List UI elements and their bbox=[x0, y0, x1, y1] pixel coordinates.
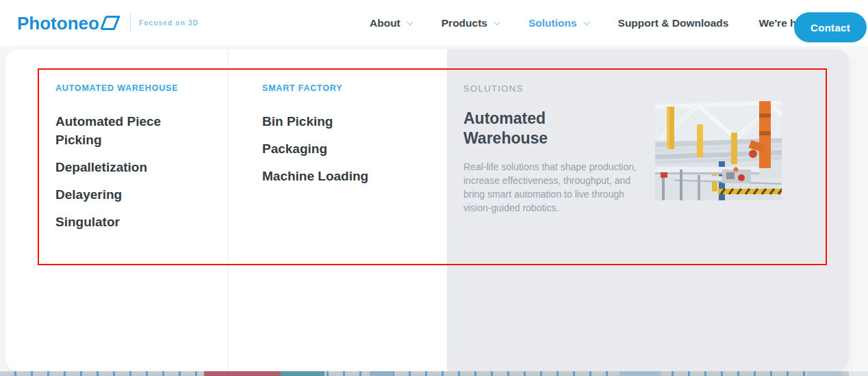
nav-item-products[interactable]: Products bbox=[442, 17, 498, 29]
menu-item-depalletization[interactable]: Depalletization bbox=[55, 158, 182, 176]
background-page-strip bbox=[0, 371, 868, 376]
menu-item-packaging[interactable]: Packaging bbox=[262, 139, 420, 158]
feature-heading: SOLUTIONS bbox=[463, 83, 648, 94]
menu-list: Bin Picking Packaging Machine Loading bbox=[262, 112, 420, 185]
logo-divider bbox=[130, 14, 131, 33]
chevron-down-icon bbox=[407, 18, 413, 25]
photoneo-logo[interactable]: Photoneo Focused on 3D bbox=[17, 13, 199, 33]
logo-3d-o-icon bbox=[100, 14, 120, 33]
menu-item-machine-loading[interactable]: Machine Loading bbox=[262, 167, 420, 185]
menu-column-automated-warehouse: AUTOMATED WAREHOUSE Automated Piece Pick… bbox=[55, 83, 213, 240]
background-strip-blue-segment bbox=[370, 371, 393, 376]
logo-tagline: Focused on 3D bbox=[139, 19, 199, 27]
chevron-down-icon bbox=[494, 18, 500, 25]
chevron-down-icon bbox=[583, 18, 590, 25]
nav-item-label: Support & Downloads bbox=[618, 17, 729, 29]
feature-title: Automated Warehouse bbox=[463, 109, 607, 148]
column-divider bbox=[228, 49, 229, 371]
menu-list: Automated Piece Picking Depalletization … bbox=[55, 112, 213, 231]
warehouse-photo-illustration bbox=[655, 101, 782, 200]
nav-item-label: About bbox=[370, 17, 400, 29]
contact-button[interactable]: Contact bbox=[794, 12, 867, 42]
top-navigation-bar: Photoneo Focused on 3D About Products So… bbox=[0, 0, 868, 46]
feature-image-automated-warehouse bbox=[655, 101, 782, 200]
logo-wordmark: Photoneo bbox=[17, 14, 99, 32]
feature-description: Real-life solutions that shape productio… bbox=[463, 161, 646, 215]
nav-item-support-downloads[interactable]: Support & Downloads bbox=[618, 17, 729, 29]
background-strip-blue-segment bbox=[808, 371, 842, 376]
nav-item-label: Products bbox=[442, 17, 487, 29]
menu-item-bin-picking[interactable]: Bin Picking bbox=[262, 112, 420, 131]
menu-item-delayering[interactable]: Delayering bbox=[55, 185, 182, 204]
menu-item-singulator[interactable]: Singulator bbox=[55, 213, 182, 231]
feature-block-solutions: SOLUTIONS Automated Warehouse Real-life … bbox=[463, 83, 648, 215]
nav-item-label: Solutions bbox=[528, 17, 577, 29]
nav-item-solutions[interactable]: Solutions bbox=[528, 17, 588, 29]
solutions-mega-menu: AUTOMATED WAREHOUSE Automated Piece Pick… bbox=[5, 49, 849, 371]
background-strip-blue-segment bbox=[620, 371, 661, 376]
nav-item-about[interactable]: About bbox=[370, 17, 411, 29]
main-nav: About Products Solutions Support & Downl… bbox=[370, 0, 819, 46]
column-heading: AUTOMATED WAREHOUSE bbox=[55, 83, 213, 93]
background-strip-light-segment bbox=[849, 371, 868, 376]
column-heading: SMART FACTORY bbox=[262, 83, 420, 93]
background-strip-red-segment bbox=[204, 371, 281, 376]
background-strip-teal-segment bbox=[281, 371, 324, 376]
menu-column-smart-factory: SMART FACTORY Bin Picking Packaging Mach… bbox=[262, 83, 420, 194]
menu-item-automated-piece-picking[interactable]: Automated Piece Picking bbox=[55, 112, 182, 149]
